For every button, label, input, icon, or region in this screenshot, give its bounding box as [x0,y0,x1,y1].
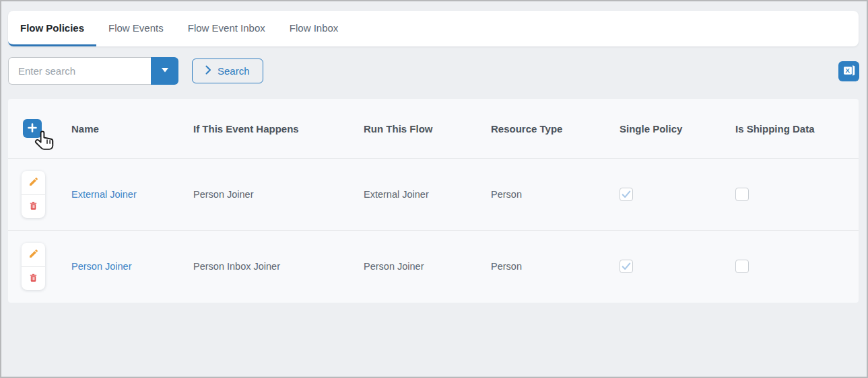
table-body: External Joiner Person Joiner External J… [8,158,859,302]
policy-name-link[interactable]: Person Joiner [71,261,131,272]
plus-icon [28,123,37,135]
tab-flow-events[interactable]: Flow Events [96,11,176,46]
search-button[interactable]: Search [192,59,263,83]
pencil-icon [28,248,39,261]
svg-text:X: X [845,67,850,74]
is-shipping-data-checkbox[interactable] [735,188,749,201]
edit-button[interactable] [22,243,45,266]
delete-button[interactable] [22,266,45,290]
app-window: Flow Policies Flow Events Flow Event Inb… [0,0,868,378]
row-action-card [22,171,45,218]
resource-type-cell: Person [481,189,610,200]
excel-icon: X [842,63,856,79]
flow-cell: External Joiner [354,189,481,200]
tab-label: Flow Policies [20,22,84,34]
column-header-is-shipping-data: Is Shipping Data [726,123,859,135]
column-header-name: Name [62,123,184,135]
tab-label: Flow Event Inbox [188,22,265,34]
resource-type-cell: Person [481,261,610,272]
row-action-card [22,243,45,290]
single-policy-checkbox[interactable] [620,260,633,273]
search-dropdown-button[interactable] [151,57,178,85]
search-input[interactable] [8,57,151,85]
delete-button[interactable] [22,194,45,218]
row-actions [8,243,62,290]
search-button-label: Search [218,65,250,77]
tab-flow-policies[interactable]: Flow Policies [8,11,96,46]
flow-policies-table: Name If This Event Happens Run This Flow… [8,99,859,303]
flow-cell: Person Joiner [354,261,481,272]
table-header-row: Name If This Event Happens Run This Flow… [8,99,859,158]
event-cell: Person Inbox Joiner [184,261,354,272]
trash-icon [28,272,38,285]
column-header-event: If This Event Happens [184,123,354,135]
chevron-right-icon [205,65,211,77]
table-row: External Joiner Person Joiner External J… [8,158,859,230]
table-row: Person Joiner Person Inbox Joiner Person… [8,230,859,302]
policy-name-link[interactable]: External Joiner [71,189,137,200]
tab-label: Flow Events [108,22,164,34]
excel-export-button[interactable]: X [838,61,859,81]
caret-down-icon [160,66,170,76]
tab-bar: Flow Policies Flow Events Flow Event Inb… [8,11,859,46]
trash-icon [28,200,38,213]
is-shipping-data-checkbox[interactable] [735,260,749,273]
add-policy-button[interactable] [23,119,42,138]
add-cell [8,99,62,158]
tab-label: Flow Inbox [290,22,339,34]
event-cell: Person Joiner [184,189,354,200]
search-group [8,57,178,85]
column-header-single-policy: Single Policy [610,123,726,135]
tab-flow-event-inbox[interactable]: Flow Event Inbox [176,11,277,46]
tab-flow-inbox[interactable]: Flow Inbox [277,11,351,46]
pencil-icon [28,176,39,189]
row-actions [8,171,62,218]
single-policy-checkbox[interactable] [620,188,633,201]
column-header-resource-type: Resource Type [481,123,610,135]
column-header-flow: Run This Flow [354,123,481,135]
edit-button[interactable] [22,171,45,194]
